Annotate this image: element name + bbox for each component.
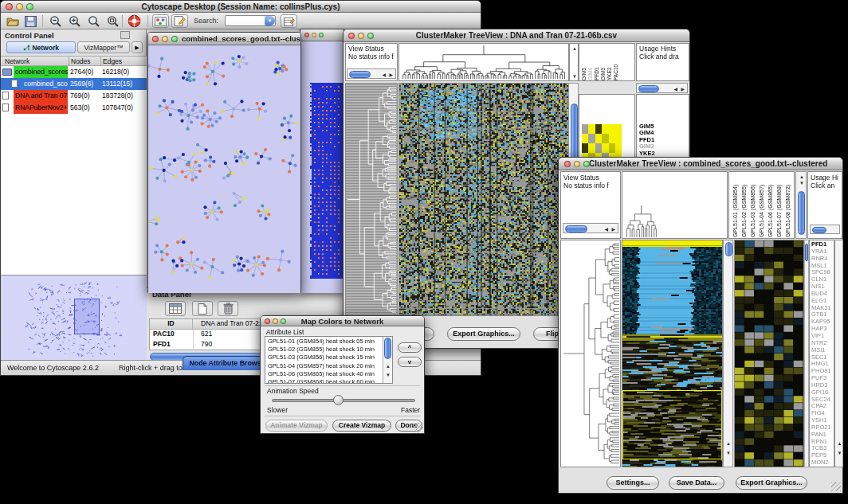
scroll-right-icon[interactable]: ▶ xyxy=(389,72,393,77)
vscroll-thumb[interactable] xyxy=(725,242,732,256)
overview-canvas[interactable] xyxy=(1,276,145,360)
column-gene-label[interactable]: GIM5 xyxy=(581,45,587,80)
zoom-out-icon[interactable] xyxy=(48,14,64,28)
network-list-row[interactable]: combined_scores2764(0)16218(0) xyxy=(1,66,147,78)
export-graphics-button[interactable]: Export Graphics... xyxy=(447,327,520,341)
col-edges[interactable]: Edges xyxy=(103,57,122,65)
minimize-icon[interactable] xyxy=(273,318,278,324)
similarity-cell[interactable] xyxy=(615,134,622,143)
save-data-button[interactable]: Save Data... xyxy=(669,476,724,490)
similarity-cell[interactable] xyxy=(609,134,615,143)
scroll-up-icon[interactable]: ▲ xyxy=(726,441,731,446)
similarity-cell[interactable] xyxy=(595,134,602,143)
close-icon[interactable] xyxy=(304,33,309,37)
save-session-icon[interactable] xyxy=(22,14,38,28)
minimize-icon[interactable] xyxy=(312,33,316,37)
search-config-icon[interactable] xyxy=(281,14,297,28)
select-attributes-icon[interactable] xyxy=(165,301,186,316)
network-window-titlebar[interactable]: combined_scores_good.txt--cluste... xyxy=(148,33,300,45)
attribute-item[interactable]: GPL51-04 (GSM857) heat shock 20 min xyxy=(265,362,382,370)
network-list-row[interactable]: RNAPuberNov2+563(0)107847(0) xyxy=(1,102,147,114)
speed-slider-thumb[interactable] xyxy=(333,395,344,405)
scroll-down-icon[interactable]: ▼ xyxy=(726,451,731,455)
view-status-hscroll[interactable] xyxy=(565,225,587,232)
col-network[interactable]: Network xyxy=(5,57,29,65)
similarity-cell[interactable] xyxy=(588,143,595,153)
main-titlebar[interactable]: Cytoscape Desktop (Session Name: collins… xyxy=(1,1,481,13)
scroll-left-icon[interactable]: ◀ xyxy=(673,87,677,92)
zoom-in-icon[interactable] xyxy=(67,14,83,28)
attribute-item[interactable]: GPL51-01 (GSM854) heat shock 05 min xyxy=(265,338,382,346)
similarity-cell[interactable] xyxy=(582,124,588,134)
scroll-left-icon[interactable]: ◀ xyxy=(382,72,386,77)
attribute-item[interactable]: GPL51-07 (GSM868) heat shock 60 min xyxy=(265,378,382,384)
attribute-item[interactable]: GPL51-03 (GSM856) heat shock 15 min xyxy=(265,354,382,361)
column-dendrogram-canvas[interactable] xyxy=(399,44,568,80)
row-dendrogram-canvas[interactable] xyxy=(346,84,397,315)
usage-hints-hscroll[interactable] xyxy=(812,227,826,233)
dense-network-canvas[interactable] xyxy=(300,41,344,293)
speed-slider-track[interactable] xyxy=(272,399,415,402)
array-column-label[interactable]: GPL51-01 (GSM854) xyxy=(731,173,740,237)
similarity-cell[interactable] xyxy=(588,124,595,134)
scroll-down-icon[interactable]: ▼ xyxy=(799,181,804,186)
similarity-cell[interactable] xyxy=(602,143,608,153)
move-up-button[interactable]: ^ xyxy=(398,342,422,353)
scroll-up-icon[interactable]: ▲ xyxy=(838,441,842,446)
delete-attribute-icon[interactable] xyxy=(218,301,238,316)
column-dendrogram-canvas[interactable] xyxy=(622,172,727,238)
minimize-icon[interactable] xyxy=(358,33,364,39)
network-list-row[interactable]: DNA and Tran 07769(0)183728(0) xyxy=(1,90,147,102)
hscroll-thumb[interactable] xyxy=(638,85,659,92)
scroll-down-icon[interactable]: ▼ xyxy=(838,451,842,455)
similarity-cell[interactable] xyxy=(595,124,602,134)
close-icon[interactable] xyxy=(265,318,270,324)
zoom-window-icon[interactable] xyxy=(319,33,324,37)
similarity-cell[interactable] xyxy=(588,134,595,143)
new-attribute-icon[interactable] xyxy=(192,301,213,316)
similarity-cell[interactable] xyxy=(609,143,615,153)
similarity-cell[interactable] xyxy=(615,124,622,134)
similarity-cell[interactable] xyxy=(609,124,615,134)
array-column-label[interactable]: GPL51-06 (GSM865) xyxy=(766,173,775,237)
move-down-button[interactable]: v xyxy=(398,357,422,367)
chevron-down-icon[interactable]: ▼ xyxy=(265,16,275,25)
list-vscroll-thumb[interactable] xyxy=(384,338,391,359)
gene-label[interactable]: MON2 xyxy=(811,459,831,467)
array-column-label[interactable]: GPL51-07 (GSM868) xyxy=(775,173,783,237)
row-dendrogram-canvas[interactable] xyxy=(561,240,620,467)
close-icon[interactable] xyxy=(152,36,159,42)
column-gene-label[interactable]: PFD1 xyxy=(594,45,600,80)
minimize-icon[interactable] xyxy=(574,161,580,167)
global-heatmap-canvas[interactable] xyxy=(622,240,722,467)
close-icon[interactable] xyxy=(564,161,571,167)
zoom-fit-icon[interactable] xyxy=(105,14,121,28)
table-col-id[interactable]: ID xyxy=(150,319,193,330)
zoom-window-icon[interactable] xyxy=(583,161,590,167)
open-session-icon[interactable] xyxy=(5,14,21,28)
column-gene-label[interactable]: GIM3 xyxy=(600,45,607,80)
tab-vizmapper[interactable]: VizMapper™ xyxy=(77,41,130,53)
scroll-down-icon[interactable]: ▼ xyxy=(386,373,391,377)
scroll-right-icon[interactable]: ▶ xyxy=(681,87,685,92)
global-heatmap-canvas[interactable] xyxy=(399,84,568,315)
minimize-icon[interactable] xyxy=(16,3,23,10)
column-gene-label[interactable]: YKE2 xyxy=(607,45,613,80)
resize-grip[interactable] xyxy=(414,423,423,432)
minimize-icon[interactable] xyxy=(162,36,168,42)
similarity-cell[interactable] xyxy=(595,143,602,153)
close-icon[interactable] xyxy=(348,33,355,39)
dialog-titlebar[interactable]: Map Colors to Network xyxy=(261,316,424,326)
network-list-row[interactable]: combined_sco2569(6)13112(15) xyxy=(1,78,147,90)
tab-overflow-icon[interactable]: ▶ xyxy=(132,41,143,53)
scroll-up-icon[interactable]: ▲ xyxy=(799,174,804,179)
column-gene-label[interactable]: PAC10 xyxy=(613,45,619,80)
zoom-selected-icon[interactable] xyxy=(86,14,102,28)
similarity-cell[interactable] xyxy=(602,134,608,143)
scroll-right-icon[interactable]: ▶ xyxy=(611,227,615,232)
zoom-window-icon[interactable] xyxy=(281,318,286,324)
create-vizmap-button[interactable]: Create Vizmap xyxy=(332,420,391,432)
vizmapper-icon[interactable] xyxy=(152,14,169,28)
scroll-left-icon[interactable]: ◀ xyxy=(604,227,608,232)
help-lifering-icon[interactable] xyxy=(126,14,143,29)
